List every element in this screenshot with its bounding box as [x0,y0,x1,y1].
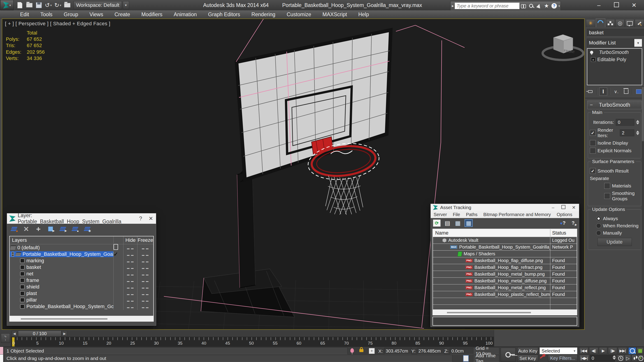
thumbnail-view-button[interactable] [454,220,462,226]
layer-row[interactable]: marking▬ ▬▬ ▬ [10,257,153,264]
open-mini-curve-editor-button[interactable]: ∿↕ [1,333,10,343]
add-to-layer-button[interactable] [34,225,42,233]
object-name-field[interactable] [587,29,644,36]
stack-item-editable-poly[interactable]: Editable Poly [587,56,642,63]
scrollbar-thumb[interactable] [21,318,108,320]
asset-menu-file[interactable]: File [450,212,463,217]
modifier-enabled-lightbulb-icon[interactable] [590,51,593,54]
walk-through-button[interactable] [632,355,637,362]
show-end-result-button[interactable]: I [599,87,608,96]
time-slider-handle[interactable]: 0 / 100 [18,331,62,337]
make-unique-button[interactable] [612,88,620,95]
column-freeze[interactable]: Freeze [138,237,153,243]
explicit-normals-checkbox[interactable] [590,148,596,154]
asset-menu-paths[interactable]: Paths [463,212,480,217]
freeze-toggle[interactable]: ▬ ▬ [138,258,153,264]
freeze-toggle[interactable]: ▬ ▬ [138,264,153,270]
asset-row[interactable]: Maps / Shaders [433,251,577,257]
column-hide[interactable]: Hide [124,237,138,243]
context-help-button[interactable]: ➤ [570,220,577,226]
orbit-button[interactable] [638,355,644,362]
asset-menu-bitmap-performance[interactable]: Bitmap Performance and Memory [480,212,554,217]
dialog-close-button[interactable] [146,215,156,222]
menu-help[interactable]: Help [352,11,374,17]
freeze-toggle[interactable]: ▬ ▬ [138,297,153,303]
asset-row[interactable]: Autodesk VaultLogged Ou [433,237,577,244]
freeze-toggle[interactable]: ▬ ▬ [138,304,153,310]
table-view-button[interactable] [464,219,473,227]
update-always-radio[interactable] [596,216,601,221]
panel-scrollbar[interactable] [642,86,644,347]
info-help-button[interactable]: ● [559,220,566,226]
column-name[interactable]: Name [433,230,550,236]
freeze-toggle[interactable]: ▬ ▬ [138,251,153,257]
menu-graph-editors[interactable]: Graph Editors [202,11,246,17]
help-dropdown-caret[interactable] [558,4,560,8]
delete-layer-button[interactable] [22,225,30,233]
dialog-minimize-button[interactable] [548,205,558,210]
search-input[interactable] [454,2,520,9]
iterations-field[interactable]: 0 [616,119,634,126]
hide-toggle[interactable]: ▬ ▬ [124,291,138,296]
menu-maxscript[interactable]: MAXScript [317,11,353,17]
menu-group[interactable]: Group [58,11,84,17]
asset-row[interactable]: PNGBasketball_Hoop_plastic_reflect_bump.… [433,291,577,298]
layer-row[interactable]: Portable_Basketball_Hoop_System_Goalrill… [10,303,153,310]
isolate-selection-icon[interactable] [350,348,354,353]
application-menu-button[interactable] [0,0,14,10]
render-iters-spinner[interactable] [636,131,639,135]
maxscript-mini-listener[interactable] [0,347,3,362]
hide-toggle[interactable]: ▬ ▬ [124,251,138,257]
auto-key-button[interactable]: Auto Key [517,347,538,354]
selection-filter-dropdown[interactable]: Selected [540,347,578,354]
track-bar[interactable]: 0510152025303540455055606570758085909510… [11,337,494,347]
stack-item-turbosmooth[interactable]: TurboSmooth [587,49,642,56]
chevron-down-icon[interactable] [634,39,642,47]
subscription-button[interactable] [527,2,535,9]
favorites-button[interactable] [543,2,550,9]
key-mode-toggle-button[interactable] [579,355,589,362]
current-layer-cell[interactable] [114,251,124,257]
layer-list-header[interactable]: Layers Hide Freeze [10,236,153,244]
workspace-dropdown-caret[interactable] [123,1,129,9]
minimize-button[interactable] [594,2,603,9]
dialog-close-button[interactable] [568,205,579,210]
open-file-button[interactable] [25,1,34,9]
save-file-button[interactable] [35,1,43,9]
time-configuration-button[interactable] [617,355,624,362]
asset-horizontal-scrollbar[interactable] [432,310,577,315]
menu-tools[interactable]: Tools [35,11,58,17]
menu-rendering[interactable]: Rendering [246,11,281,17]
layer-settings-button[interactable]: ✱ [83,225,91,233]
layer-row[interactable]: net▬ ▬▬ ▬ [10,270,153,277]
undo-button[interactable] [44,1,52,9]
go-to-end-button[interactable] [618,347,627,354]
key-filters-button[interactable]: Key Filters... [548,355,578,362]
iterations-spinner[interactable] [636,120,639,124]
set-key-button[interactable]: Set Key [517,355,538,362]
hide-toggle[interactable]: ▬ ▬ [124,277,138,283]
render-iters-field[interactable]: 2 [620,129,634,136]
dialog-maximize-button[interactable] [558,205,568,210]
tab-create[interactable]: ✳ [586,19,595,27]
add-time-tag[interactable]: Add Time Tag [473,355,499,362]
layer-row[interactable]: 0 (default)▬ ▬▬ ▬ [10,244,153,251]
collapse-icon[interactable] [12,252,14,256]
scrollbar-thumb[interactable] [642,87,644,141]
viewcube[interactable]: FRONT [543,34,583,60]
new-layer-button[interactable]: ● [10,225,18,233]
zoom-mode-button[interactable] [628,347,636,354]
menu-edit[interactable]: Edit [14,11,35,17]
freeze-toggle[interactable]: ▬ ▬ [138,245,153,251]
asset-row[interactable]: PNGBasketball_Hoop_flap_diffuse.pngFound [433,257,577,264]
tab-utilities[interactable] [635,19,644,27]
layer-row[interactable]: shield▬ ▬▬ ▬ [10,284,153,290]
previous-frame-button[interactable] [589,347,598,354]
layer-horizontal-scrollbar[interactable] [9,316,154,322]
selection-lock-icon[interactable] [359,347,364,352]
search-button[interactable] [520,2,527,9]
go-to-start-button[interactable] [579,347,588,354]
layer-row[interactable]: plast▬ ▬▬ ▬ [10,290,153,297]
time-tag-icon[interactable] [463,355,468,362]
redo-button[interactable] [54,1,62,9]
